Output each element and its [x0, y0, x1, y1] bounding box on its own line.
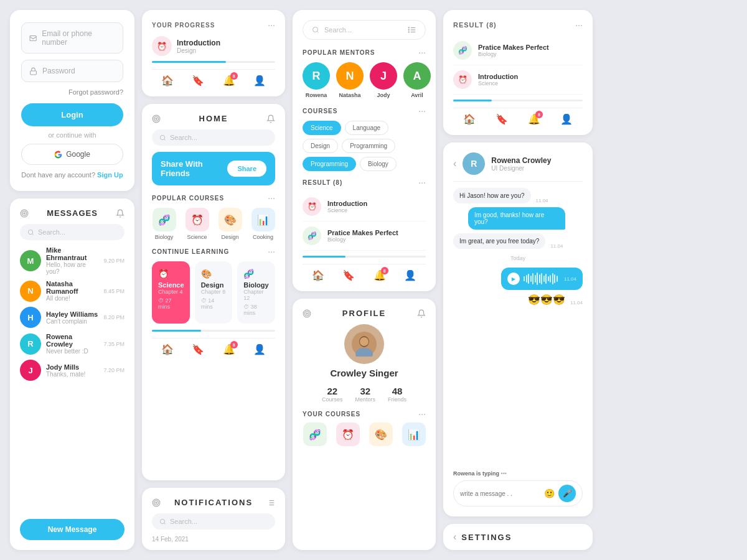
continue-card[interactable]: 🎨 Design Chapter 8 ⏱ 14 mins	[195, 261, 233, 324]
filter-tab-programming2[interactable]: Programming	[303, 157, 356, 171]
mentor-item[interactable]: J Jody	[370, 62, 397, 98]
avatar: R	[20, 334, 41, 355]
tab-home-icon[interactable]: 🏠	[463, 113, 476, 125]
course-icon-cooking[interactable]: 📊	[402, 422, 426, 446]
chat-back-button[interactable]: ‹	[453, 158, 456, 169]
email-field[interactable]: Email or phone number	[21, 22, 123, 54]
list-item[interactable]: M Mike Ehrmantraut Hello, how are you? 9…	[20, 246, 125, 275]
result-right-menu[interactable]: ···	[575, 20, 583, 30]
play-button[interactable]: ▶	[507, 273, 520, 285]
result-item[interactable]: 🧬 Pratice Makes Perfect Biology	[303, 222, 426, 251]
continue-chapter: Chapter 12	[243, 289, 269, 301]
messages-title: MESSAGES	[29, 208, 116, 218]
course-icon-science[interactable]: ⏰	[336, 422, 360, 446]
filter-tab-biology[interactable]: Biology	[360, 157, 397, 171]
share-banner: Share With Friends Share	[152, 152, 275, 185]
tab-notification-icon[interactable]: 🔔 8	[374, 269, 386, 281]
mentor-item[interactable]: A Avril	[403, 62, 431, 98]
popular-mentors-menu[interactable]: ···	[418, 47, 426, 57]
filter-tab-science[interactable]: Science	[303, 121, 341, 135]
result-item[interactable]: ⏰ Introduction Science	[453, 65, 583, 95]
progress-title: YOUR PROGRESS	[152, 22, 215, 29]
signup-link[interactable]: Sign Up	[97, 171, 123, 179]
svg-point-3	[22, 211, 27, 215]
course-item[interactable]: ⏰ Science	[186, 208, 209, 240]
tab-home-icon[interactable]: 🏠	[161, 75, 174, 86]
notifications-search[interactable]: Search...	[152, 513, 275, 530]
main-search[interactable]: Search...	[303, 20, 426, 40]
filter-tab-programming[interactable]: Programming	[342, 139, 395, 153]
list-item[interactable]: N Natasha Rumanoff All done! 8.45 PM	[20, 280, 125, 302]
share-button[interactable]: Share	[227, 161, 266, 177]
courses-menu[interactable]: ···	[418, 106, 426, 116]
signup-text: Dont have any account? Sign Up	[21, 171, 123, 179]
svg-line-24	[317, 31, 318, 32]
filter-icon[interactable]	[266, 498, 275, 507]
new-message-button[interactable]: New Message	[20, 519, 125, 540]
column-4: RESULT (8) ··· 🧬 Pratice Makes Perfect B…	[443, 10, 593, 550]
home-search[interactable]: Search...	[152, 129, 275, 146]
tab-notification-icon[interactable]: 🔔 8	[528, 113, 540, 125]
course-item[interactable]: 🧬 Biology	[153, 208, 176, 240]
password-field[interactable]: Password	[21, 60, 123, 82]
mentor-name: Rowena	[306, 92, 327, 98]
tab-home-icon[interactable]: 🏠	[161, 343, 174, 355]
mentor-item[interactable]: N Natasha	[336, 62, 364, 98]
filter-tab-design[interactable]: Design	[303, 139, 338, 153]
tab-bookmark-icon[interactable]: 🔖	[496, 113, 508, 125]
tab-profile-icon[interactable]: 👤	[253, 343, 266, 355]
filter-icon[interactable]	[408, 26, 416, 34]
tab-notification-icon[interactable]: 🔔 8	[223, 75, 235, 86]
popular-courses-menu[interactable]: ···	[268, 193, 275, 203]
list-item[interactable]: J Jody Mills Thanks, mate! 7.20 PM	[20, 360, 125, 381]
chat-message-sent: Im good, thanks! how are you?	[468, 207, 565, 230]
bell-icon	[417, 309, 426, 318]
course-icon-design[interactable]: 🎨	[369, 422, 393, 446]
result-menu[interactable]: ···	[418, 177, 426, 187]
tab-bookmark-icon[interactable]: 🔖	[192, 343, 204, 355]
emoji-button[interactable]: 🙂	[544, 488, 555, 498]
tab-profile-icon[interactable]: 👤	[404, 269, 416, 281]
result-item[interactable]: ⏰ Introduction Science	[303, 192, 426, 222]
search-placeholder: Search...	[324, 26, 403, 34]
course-item[interactable]: 📊 Cooking	[251, 208, 275, 240]
google-button[interactable]: Google	[21, 144, 123, 165]
tab-notification-icon[interactable]: 🔔 8	[223, 343, 235, 355]
svg-line-22	[164, 523, 166, 524]
chat-message-received: Hi Jason! how are you?	[453, 188, 531, 203]
mentor-avatar: R	[303, 62, 330, 90]
messages-search[interactable]: Search...	[20, 224, 125, 240]
forgot-password[interactable]: Forgot password?	[21, 88, 123, 96]
chat-input[interactable]	[460, 490, 540, 497]
course-item[interactable]: 🎨 Design	[218, 208, 242, 240]
continue-card[interactable]: ⏰ Science Chapter 4 ⏱ 27 mins	[152, 261, 190, 324]
mentor-item[interactable]: R Rowena	[303, 62, 330, 98]
your-courses-title: YOUR COURSES	[303, 411, 360, 418]
tab-bookmark-icon[interactable]: 🔖	[342, 269, 355, 281]
home-progress-bar	[152, 330, 201, 332]
tab-profile-icon[interactable]: 👤	[560, 113, 573, 125]
stat-friends: 48 Friends	[388, 386, 406, 403]
svg-rect-1	[31, 70, 37, 74]
continue-subject: Design	[201, 281, 227, 289]
courses-header: COURSES ···	[303, 106, 426, 116]
result-item[interactable]: 🧬 Pratice Makes Perfect Biology	[453, 36, 583, 65]
list-item[interactable]: R Rowena Crowley Never better :D 7.35 PM	[20, 333, 125, 355]
continue-list: ⏰ Science Chapter 4 ⏱ 27 mins 🎨 Design C…	[152, 261, 275, 324]
login-button[interactable]: Login	[21, 103, 123, 126]
list-item[interactable]: H Hayley Williams Can't complain 8.20 PM	[20, 307, 125, 328]
continue-menu[interactable]: ···	[268, 246, 275, 256]
your-courses-menu[interactable]: ···	[418, 409, 426, 419]
mic-button[interactable]: 🎤	[558, 485, 576, 502]
tab-profile-icon[interactable]: 👤	[253, 75, 266, 86]
tab-bookmark-icon[interactable]: 🔖	[192, 75, 204, 86]
continue-card[interactable]: 🧬 Biology Chapter 12 ⏱ 38 mins	[237, 261, 275, 324]
email-icon	[29, 34, 37, 42]
settings-back-button[interactable]: ‹	[453, 531, 456, 543]
chat-messages: Hi Jason! how are you? 11.04 Im good, th…	[453, 188, 583, 465]
messages-header: MESSAGES	[20, 208, 125, 218]
tab-home-icon[interactable]: 🏠	[312, 269, 324, 281]
progress-menu[interactable]: ···	[268, 20, 275, 30]
course-icon-biology[interactable]: 🧬	[303, 422, 327, 446]
filter-tab-language[interactable]: Language	[345, 121, 389, 135]
